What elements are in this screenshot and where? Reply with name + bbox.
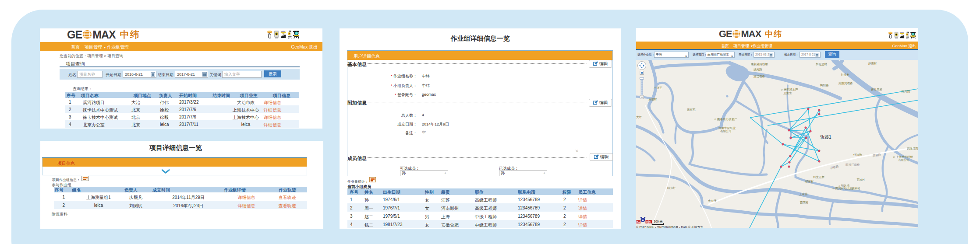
svg-text:曹叶庄桥: 曹叶庄桥 xyxy=(871,88,883,91)
svg-text:© 2017 Baidu - 39(2016)2069号 -: © 2017 Baidu - 39(2016)2069号 - Data © 长地… xyxy=(636,226,703,228)
svg-text:200 米: 200 米 xyxy=(654,220,663,223)
svg-text:⊙ 米明湖水产: ⊙ 米明湖水产 xyxy=(781,88,798,91)
svg-text:金屋村: 金屋村 xyxy=(648,98,657,101)
svg-text:郁家村: 郁家村 xyxy=(805,180,814,183)
svg-text:叶春村: 叶春村 xyxy=(841,73,850,77)
svg-text:原家宅: 原家宅 xyxy=(687,108,696,111)
svg-text:佳法珠: 佳法珠 xyxy=(853,153,862,157)
svg-text:南新港跨线桥: 南新港跨线桥 xyxy=(751,63,768,66)
svg-text:王家塘: 王家塘 xyxy=(799,192,808,196)
svg-text:清江石桥: 清江石桥 xyxy=(754,75,765,78)
svg-text:高阳湾石桥: 高阳湾石桥 xyxy=(838,82,853,85)
svg-text:大坪: 大坪 xyxy=(636,115,642,119)
svg-text:史办圩: 史办圩 xyxy=(708,199,717,202)
svg-text:杨家村: 杨家村 xyxy=(851,187,860,190)
svg-text:Bai: Bai xyxy=(637,221,640,223)
svg-text:晴乡圩: 晴乡圩 xyxy=(667,186,676,190)
svg-text:⊙ 田湾村幼儿园: ⊙ 田湾村幼儿园 xyxy=(832,187,853,190)
svg-text:梅阳路: 梅阳路 xyxy=(820,84,829,87)
svg-text:地图: 地图 xyxy=(646,221,651,224)
svg-text:加化至村: 加化至村 xyxy=(816,63,827,66)
svg-text:转宝江桥: 转宝江桥 xyxy=(813,175,825,179)
svg-text:四墩江西桥: 四墩江西桥 xyxy=(907,147,918,150)
svg-text:轨迹1: 轨迹1 xyxy=(820,135,831,139)
svg-text:苏南村: 苏南村 xyxy=(868,62,877,65)
svg-text:小张王: 小张王 xyxy=(654,86,662,90)
svg-text:召波村: 召波村 xyxy=(856,178,865,181)
svg-text:⊙ 惠泰斯力模塑厂: ⊙ 惠泰斯力模塑厂 xyxy=(714,118,737,121)
svg-text:西菜村: 西菜村 xyxy=(800,201,809,204)
svg-text:田湾江南桥: 田湾江南桥 xyxy=(846,163,860,167)
svg-text:卫生室: 卫生室 xyxy=(783,91,792,94)
svg-text:姚光路: 姚光路 xyxy=(754,68,762,71)
svg-text:陈万国: 陈万国 xyxy=(902,90,910,93)
